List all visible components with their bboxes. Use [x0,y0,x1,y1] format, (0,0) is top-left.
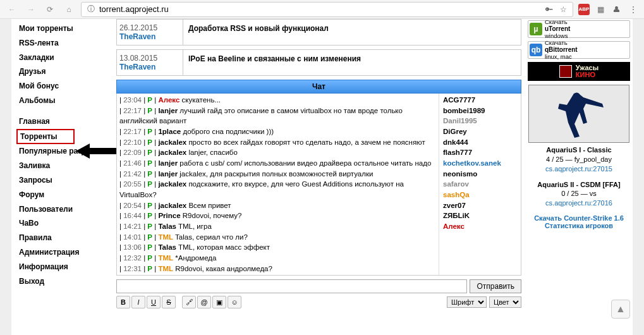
abp-icon[interactable]: ABP [578,4,590,15]
chat-line: | 12:31 | P | TML R9dovoi, какая андролм… [119,264,436,274]
chat-input[interactable] [116,279,467,293]
right-column: µ СкачатьuTorrentwindows qb СкачатьqBitt… [525,19,633,335]
chat-line: | 21:46 | P | lanjer работа с usb/ com/ … [119,158,436,169]
chat-user[interactable]: kochetkov.sanek [443,158,517,169]
chat-user[interactable]: sashQa [443,190,517,200]
nav-link[interactable]: Главная [16,114,112,129]
chat-user[interactable]: dnk444 [443,137,517,148]
chat-header: Чат [116,80,521,94]
chat-line: | 22:10 | P | jackalex просто во всех га… [119,137,436,148]
font-select[interactable]: Шрифт [447,296,487,308]
nav-back-button[interactable]: ← [5,3,19,16]
chat-user[interactable]: ACG7777 [443,95,517,106]
chat-user[interactable]: DiGrey [443,126,517,137]
page-body: Мои торрентыRSS-лентаЗакладкиДрузьяМой б… [0,19,644,335]
chat-line: | 23:04 | P | Алекс скукатень... [119,95,436,106]
strike-button[interactable]: S [162,296,176,308]
chat-user-list: ACG7777bombei1989Danil1995DiGreydnk444fl… [439,94,521,275]
emoji-button[interactable]: ☺ [228,296,241,308]
chat-send-button[interactable]: Отправить [470,279,521,293]
chat-line: | 20:55 | P | jackalex подскажите, кто в… [119,179,436,200]
menu-icon[interactable]: ⋮ [628,4,639,15]
address-bar: ⓘ 🔑︎ ☆ [81,2,573,17]
qbittorrent-icon: qb [530,44,542,56]
at-button[interactable]: @ [197,296,211,308]
uzhasy-logo [559,65,572,78]
nav-link[interactable]: Закладки [16,51,112,65]
chat-messages: | 23:04 | P | Алекс скукатень...| 22:17 … [117,94,439,275]
key-icon[interactable]: 🔑︎ [544,4,555,15]
color-select[interactable]: Цвет [489,296,521,308]
profile-icon[interactable]: 👤︎ [611,4,623,15]
nav-link[interactable]: RSS-лента [16,36,112,51]
news-title[interactable]: Доработка RSS и новый функционал [183,20,521,45]
image-button[interactable]: ▣ [212,296,226,308]
nav-link[interactable]: Мой бонус [16,79,112,94]
nav-link[interactable]: Запросы [16,173,112,188]
cs-download-link[interactable]: Скачать Counter-Strike 1.6 [534,214,624,222]
uzhasy-banner[interactable]: УжасыКИНО [528,62,630,81]
chat-body: | 23:04 | P | Алекс скукатень...| 22:17 … [116,94,521,276]
nav-link[interactable]: Выход [16,274,112,289]
left-nav: Мои торрентыRSS-лентаЗакладкиДрузьяМой б… [11,19,112,335]
nav-reload-button[interactable]: ⟳ [43,3,57,16]
cs-stats-link[interactable]: Статистика игроков [545,222,613,229]
chat-line: | 14:21 | P | Talas TML, игра [119,221,436,232]
server-2-link[interactable]: cs.aqproject.ru:27016 [545,199,612,207]
server-2: AquariuS II - CSDM [FFA] 0 / 25 — vs cs.… [528,180,630,209]
chat-line: | 12:32 | P | TML *Андромеда [119,253,436,264]
nav-link[interactable]: Пользователи [16,202,112,217]
nav-link[interactable]: Альбомы [16,94,112,108]
server-1-link[interactable]: cs.aqproject.ru:27015 [545,165,612,173]
svg-marker-0 [76,143,116,159]
browser-toolbar: ← → ⟳ ⌂ ⓘ 🔑︎ ☆ ABP ▦ 👤︎ ⋮ [0,0,644,19]
chat-user[interactable]: safarov [443,179,517,190]
qbittorrent-download[interactable]: qb СкачатьqBittorrentlinux, mac [528,41,630,59]
chat-user[interactable]: Danil1995 [443,116,517,126]
info-icon[interactable]: ⓘ [85,4,97,15]
nav-link[interactable]: Заливка [16,159,112,173]
nav-link[interactable]: Друзья [16,64,112,79]
nav-home-button[interactable]: ⌂ [62,3,76,16]
center-column: 26.12.2015 TheRavenДоработка RSS и новый… [112,19,525,335]
chat-user[interactable]: flash777 [443,147,517,158]
nav-link[interactable]: Торренты [16,129,75,145]
italic-button[interactable]: I [131,296,145,308]
news-author-link[interactable]: TheRaven [119,63,155,71]
chat-user[interactable]: Алекс [443,221,517,232]
chat-user[interactable]: neonismo [443,169,517,180]
right-gutter [633,19,644,335]
bold-button[interactable]: B [116,296,130,308]
pointer-arrow-icon [76,142,120,160]
star-icon[interactable]: ☆ [557,4,569,15]
chat-line: | 20:54 | P | jackalex Всем привет [119,200,436,211]
nav-link[interactable]: Администрация [16,245,112,260]
utorrent-download[interactable]: µ СкачатьuTorrentwindows [528,20,630,38]
chat-user[interactable]: bombei1989 [443,106,517,116]
news-title[interactable]: IPoE на Beeline и связанные с ним измене… [183,50,521,75]
chat-user[interactable]: zver07 [443,200,517,211]
nav-link[interactable]: Информация [16,260,112,274]
left-gutter [0,19,11,335]
nav-link[interactable]: Мои торренты [16,21,112,36]
link-button[interactable]: 🔗︎ [182,296,196,308]
chat-line: | 16:44 | P | Prince R9dovoi, почему? [119,210,436,221]
url-input[interactable] [99,4,541,14]
extensions-icon[interactable]: ▦ [595,4,606,15]
cs-banner[interactable] [528,85,629,143]
nav-link[interactable]: Правила [16,231,112,245]
nav-link[interactable]: ЧаВо [16,216,112,231]
news-author-link[interactable]: TheRaven [119,32,155,41]
nav-link[interactable]: Форум [16,188,112,202]
nav-forward-button[interactable]: → [24,3,38,16]
server-1: AquariuS I - Classic 4 / 25 — fy_pool_da… [528,145,630,174]
news-row: 13.08.2015 TheRavenIPoE на Beeline и свя… [116,49,521,76]
news-row: 26.12.2015 TheRavenДоработка RSS и новый… [116,19,521,46]
underline-button[interactable]: U [147,296,161,308]
chat-line: | 22:09 | P | jackalex lanjer, спасибо [119,147,436,158]
scroll-top-button[interactable]: ▲ [611,300,630,319]
chat-line: | 22:17 | P | lanjer лучший гайд это опи… [119,106,436,126]
chat-line: | 22:17 | P | 1place доброго сна подписч… [119,126,436,137]
utorrent-icon: µ [530,23,542,35]
chat-user[interactable]: ZЯБLiK [443,210,517,221]
